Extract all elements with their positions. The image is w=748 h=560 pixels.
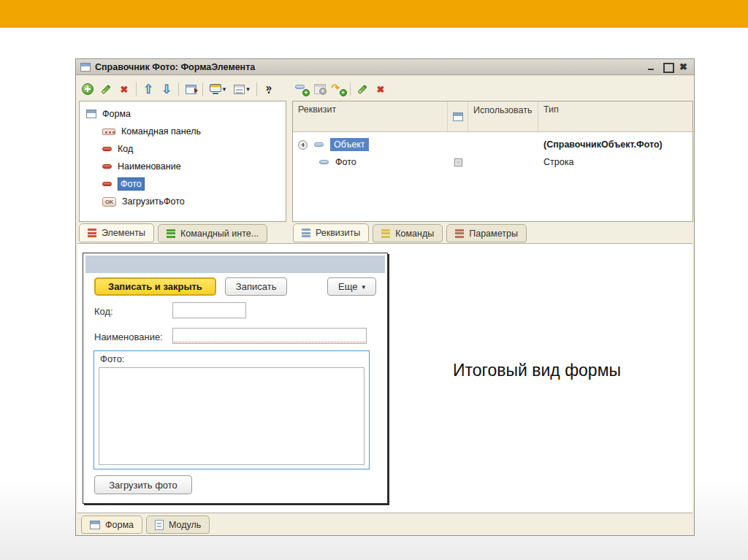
tab-command-interface[interactable]: Командный инте... — [158, 224, 267, 242]
window-controls — [647, 63, 687, 71]
tab-commands[interactable]: Команды — [373, 224, 443, 242]
form-window-icon — [80, 63, 91, 72]
tab-label: Модуль — [169, 520, 201, 530]
add-button[interactable] — [79, 80, 96, 98]
tab-label: Команды — [395, 229, 434, 239]
stack-icon — [302, 229, 310, 237]
add-attribute-button[interactable] — [293, 80, 310, 98]
expand-icon[interactable] — [298, 140, 308, 150]
tab-label: Элементы — [102, 228, 145, 238]
table-header: Реквизит Использовать Тип — [293, 101, 692, 132]
add-column-button[interactable] — [329, 80, 347, 98]
move-down-button[interactable] — [158, 80, 175, 98]
tab-label: Форма — [105, 520, 134, 530]
check-layout-button[interactable] — [182, 80, 199, 98]
form-command-bar: Записать и закрыть Записать Еще — [94, 277, 376, 296]
form-title-strip — [85, 256, 385, 273]
add-plus-icon — [82, 83, 94, 95]
save-and-close-button[interactable]: Записать и закрыть — [94, 277, 216, 296]
code-input[interactable] — [172, 302, 246, 318]
photo-field[interactable] — [99, 367, 365, 465]
attributes-toolbar — [293, 79, 389, 99]
form-designer-canvas: Записать и закрыть Записать Еще Код: Наи… — [77, 243, 692, 513]
preview-monitor-icon — [210, 84, 221, 92]
table-row[interactable]: Фото Строка — [293, 153, 692, 171]
preview-form-button[interactable] — [206, 80, 229, 98]
column-header-main-marker[interactable] — [448, 101, 468, 131]
attribute-name: Фото — [335, 157, 356, 167]
chevron-down-icon — [246, 85, 250, 93]
bottom-tab-strip: Форма Модуль — [77, 513, 692, 535]
tab-elements[interactable]: Элементы — [79, 223, 154, 242]
tab-attributes[interactable]: Реквизиты — [293, 223, 369, 242]
minimize-button[interactable] — [647, 63, 655, 71]
tree-item-load-photo[interactable]: ЗагрузитьФото — [80, 193, 286, 210]
attribute-dash-icon — [314, 142, 324, 147]
tab-form[interactable]: Форма — [81, 515, 142, 534]
check-table-icon — [186, 85, 196, 94]
close-button[interactable] — [679, 63, 687, 71]
move-up-icon — [143, 83, 153, 96]
attribute-name-selected: Объект — [330, 138, 369, 151]
add-column-icon — [332, 83, 346, 95]
delete-attribute-button[interactable] — [372, 80, 389, 98]
field-dash-icon — [102, 147, 112, 151]
move-up-button[interactable] — [140, 80, 157, 98]
tree-item-photo[interactable]: Фото — [80, 175, 286, 193]
toolbar-separator — [136, 83, 137, 96]
tree-item-command-bar[interactable]: Командная панель — [80, 123, 286, 140]
toolbar-separator — [256, 83, 257, 96]
column-header-type[interactable]: Тип — [538, 101, 692, 131]
edit-pencil-icon — [357, 84, 367, 93]
use-checkbox[interactable] — [454, 158, 462, 166]
field-dash-icon — [102, 182, 112, 186]
toolbar-separator — [350, 83, 351, 96]
form-window-icon — [453, 112, 463, 121]
more-button[interactable]: Еще — [327, 277, 376, 296]
view-mode-button[interactable] — [230, 80, 253, 98]
module-document-icon — [155, 520, 164, 530]
tree-item-label: Код — [118, 144, 133, 154]
stack-icon — [455, 229, 464, 238]
command-bar-icon — [102, 129, 115, 135]
tree-item-label: Командная панель — [121, 126, 201, 137]
elements-toolbar — [79, 79, 286, 99]
edit-attribute-button[interactable] — [354, 80, 371, 98]
tab-module[interactable]: Модуль — [146, 515, 210, 534]
edit-button[interactable] — [97, 80, 115, 98]
attributes-table: Реквизит Использовать Тип Объект (Справо… — [292, 101, 693, 222]
column-header-attribute[interactable]: Реквизит — [293, 101, 448, 131]
stack-icon — [381, 229, 390, 238]
name-input[interactable] — [172, 328, 367, 344]
tree-item-code[interactable]: Код — [80, 140, 286, 158]
tree-item-form[interactable]: Форма — [80, 105, 286, 123]
add-table-attribute-button[interactable] — [311, 80, 329, 98]
load-photo-button[interactable]: Загрузить фото — [94, 475, 192, 494]
tab-label: Реквизиты — [316, 228, 360, 238]
attribute-type: Строка — [538, 157, 692, 167]
attribute-type: (СправочникОбъект.Фото) — [538, 139, 692, 150]
window-titlebar[interactable]: Справочник Фото: ФормаЭлемента — [76, 59, 694, 75]
maximize-button[interactable] — [663, 63, 671, 71]
elements-tree: Форма Командная панель Код Наименование … — [79, 101, 286, 222]
stack-icon — [167, 229, 175, 238]
add-attribute-icon — [295, 83, 308, 95]
slide-accent-bar — [0, 0, 748, 28]
edit-pencil-icon — [101, 84, 110, 93]
table-row[interactable]: Объект (СправочникОбъект.Фото) — [293, 136, 692, 153]
photo-group: Фото: — [94, 350, 370, 469]
tab-parameters[interactable]: Параметры — [446, 224, 527, 242]
column-header-use[interactable]: Использовать — [468, 101, 538, 131]
toolbar-overflow-button[interactable] — [260, 80, 278, 98]
delete-button[interactable] — [115, 80, 133, 98]
toolbar-separator — [202, 83, 203, 96]
form-preview-window: Записать и закрыть Записать Еще Код: Наи… — [83, 253, 388, 504]
designer-window: Справочник Фото: ФормаЭлемента — [75, 58, 695, 536]
tree-item-label-selected: Фото — [118, 177, 145, 191]
save-button[interactable]: Записать — [225, 277, 288, 296]
toolbar-separator — [178, 83, 179, 96]
stack-icon — [88, 229, 96, 237]
overflow-chevrons-icon — [266, 83, 272, 95]
form-window-icon — [90, 521, 100, 529]
tree-item-name[interactable]: Наименование — [80, 158, 286, 175]
